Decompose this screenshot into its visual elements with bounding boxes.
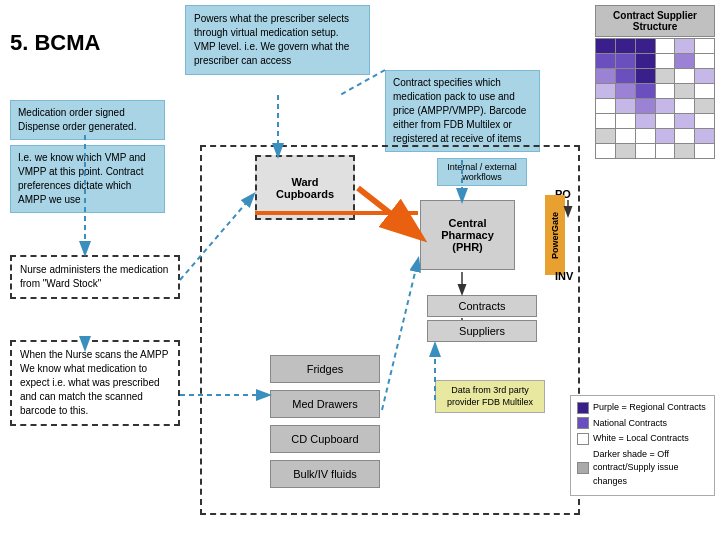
vmp-box: I.e. we know which VMP and VMPP at this … <box>10 145 165 213</box>
grid-cell <box>695 54 714 68</box>
cd-cupboard-label: CD Cupboard <box>291 433 358 445</box>
grid-cell <box>695 129 714 143</box>
contract-supplier-grid <box>595 38 715 159</box>
med-drawers-button[interactable]: Med Drawers <box>270 390 380 418</box>
grid-cell <box>656 144 675 158</box>
grid-cell <box>656 84 675 98</box>
grid-cell <box>596 54 615 68</box>
legend-local-label: White = Local Contracts <box>593 432 689 446</box>
grid-cell <box>616 99 635 113</box>
grid-cell <box>675 114 694 128</box>
cd-cupboard-button[interactable]: CD Cupboard <box>270 425 380 453</box>
grid-cell <box>675 84 694 98</box>
bcma-title: 5. BCMA <box>10 30 100 56</box>
data-box: Data from 3rd party provider FDB Multile… <box>435 380 545 413</box>
fridges-label: Fridges <box>307 363 344 375</box>
contract-supplier-box: Contract Supplier Structure <box>595 5 715 159</box>
grid-cell <box>636 144 655 158</box>
legend-national-label: National Contracts <box>593 417 667 431</box>
grid-cell <box>616 84 635 98</box>
grid-cell <box>695 39 714 53</box>
grid-cell <box>675 69 694 83</box>
grid-cell <box>675 144 694 158</box>
grid-cell <box>675 54 694 68</box>
legend-regional-label: Purple = Regional Contracts <box>593 401 706 415</box>
grid-cell <box>656 69 675 83</box>
grid-cell <box>596 99 615 113</box>
grid-cell <box>616 144 635 158</box>
grid-cell <box>695 114 714 128</box>
powergate-label: PowerGate <box>545 195 565 275</box>
suppliers-box: Suppliers <box>427 320 537 342</box>
pharmacy-label: CentralPharmacy(PHR) <box>441 217 494 253</box>
contract-spec-box: Contract specifies which medication pack… <box>385 70 540 152</box>
med-order-box: Medication order signedDispense order ge… <box>10 100 165 140</box>
grid-cell <box>695 99 714 113</box>
legend-item-local: White = Local Contracts <box>577 432 708 446</box>
grid-cell <box>636 54 655 68</box>
grid-cell <box>695 69 714 83</box>
grid-cell <box>596 114 615 128</box>
grid-cell <box>616 114 635 128</box>
bulk-iv-label: Bulk/IV fluids <box>293 468 357 480</box>
contracts-label: Contracts <box>458 300 505 312</box>
grid-cell <box>675 39 694 53</box>
legend-box: Purple = Regional Contracts National Con… <box>570 395 715 496</box>
legend-color-local <box>577 433 589 445</box>
workflows-box: Internal / external workflows <box>437 158 527 186</box>
grid-cell <box>636 129 655 143</box>
grid-cell <box>636 99 655 113</box>
grid-cell <box>656 114 675 128</box>
legend-color-regional <box>577 402 589 414</box>
inv-label: INV <box>555 270 573 282</box>
nurse-scan-box: When the Nurse scans the AMPP We know wh… <box>10 340 180 426</box>
legend-color-darker <box>577 462 589 474</box>
legend-darker-label: Darker shade = Off contract/Supply issue… <box>593 448 708 489</box>
nurse-text: Nurse administers the medication from "W… <box>20 264 168 289</box>
grid-cell <box>596 144 615 158</box>
grid-cell <box>616 54 635 68</box>
legend-item-darker: Darker shade = Off contract/Supply issue… <box>577 448 708 489</box>
tooltip-top: Powers what the prescriber selects throu… <box>185 5 370 75</box>
grid-cell <box>656 99 675 113</box>
grid-cell <box>596 129 615 143</box>
legend-color-national <box>577 417 589 429</box>
grid-cell <box>656 54 675 68</box>
med-order-text: Medication order signedDispense order ge… <box>18 107 136 132</box>
grid-cell <box>695 84 714 98</box>
legend-item-national: National Contracts <box>577 417 708 431</box>
bulk-iv-button[interactable]: Bulk/IV fluids <box>270 460 380 488</box>
grid-cell <box>675 99 694 113</box>
legend-item-regional: Purple = Regional Contracts <box>577 401 708 415</box>
nurse-scan-text: When the Nurse scans the AMPP We know wh… <box>20 349 168 416</box>
grid-cell <box>636 84 655 98</box>
ward-cupboards-box: WardCupboards <box>255 155 355 220</box>
grid-cell <box>596 84 615 98</box>
diagram-container: Contract Supplier Structure <box>0 0 720 540</box>
grid-cell <box>656 129 675 143</box>
contracts-box: Contracts <box>427 295 537 317</box>
grid-cell <box>675 129 694 143</box>
workflows-label: Internal / external workflows <box>447 162 517 182</box>
grid-cell <box>695 144 714 158</box>
grid-cell <box>616 39 635 53</box>
ward-cupboards-label: WardCupboards <box>276 176 334 200</box>
grid-cell <box>656 39 675 53</box>
grid-cell <box>616 129 635 143</box>
grid-cell <box>636 69 655 83</box>
fridges-button[interactable]: Fridges <box>270 355 380 383</box>
contract-supplier-header: Contract Supplier Structure <box>595 5 715 37</box>
grid-cell <box>636 39 655 53</box>
grid-cell <box>616 69 635 83</box>
suppliers-label: Suppliers <box>459 325 505 337</box>
pharmacy-box: CentralPharmacy(PHR) <box>420 200 515 270</box>
grid-cell <box>596 39 615 53</box>
grid-cell <box>596 69 615 83</box>
grid-cell <box>636 114 655 128</box>
nurse-box: Nurse administers the medication from "W… <box>10 255 180 299</box>
med-drawers-label: Med Drawers <box>292 398 357 410</box>
